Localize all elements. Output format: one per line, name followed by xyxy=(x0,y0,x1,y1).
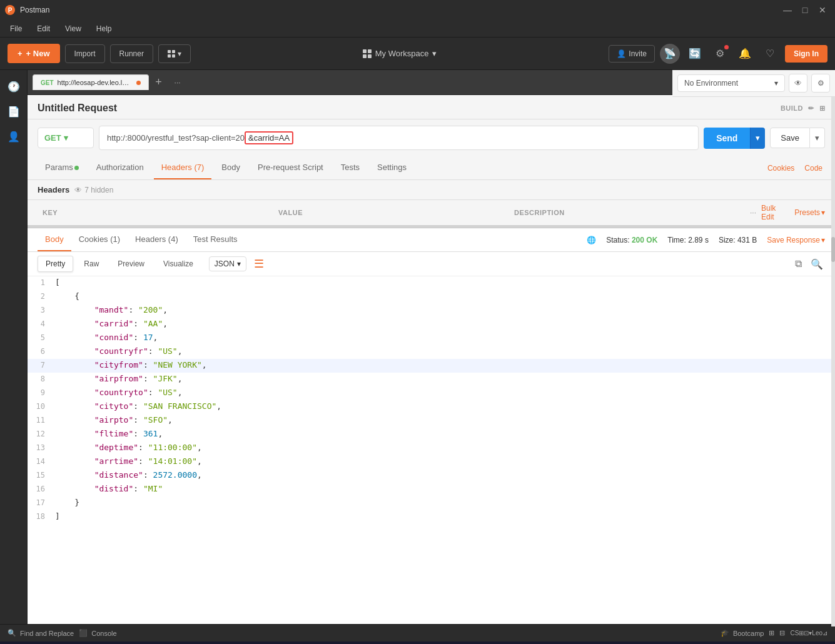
send-arrow-button[interactable]: ▾ xyxy=(750,128,765,149)
import-button[interactable]: Import xyxy=(65,44,105,63)
save-response-button[interactable]: Save Response ▾ xyxy=(767,236,825,244)
format-preview[interactable]: Preview xyxy=(109,256,153,272)
tab-tests[interactable]: Tests xyxy=(333,156,367,179)
content-inner: Untitled Request BUILD ✏ ⊞ GET ▾ http:/ xyxy=(28,95,835,624)
format-type-selector[interactable]: JSON ▾ xyxy=(209,256,246,271)
bootcamp-button[interactable]: 🎓 Bootcamp xyxy=(721,629,764,637)
tab-params[interactable]: Params xyxy=(38,156,86,179)
response-toolbar-right: ⧉ 🔍 xyxy=(793,256,825,272)
sidebar-item-team[interactable]: 👤 xyxy=(3,125,25,148)
environment-selector[interactable]: No Environment ▾ xyxy=(677,74,785,92)
search-response-button[interactable]: 🔍 xyxy=(809,256,825,272)
content-area: No Environment ▾ 👁 ⚙ GET http://leosap-d… xyxy=(28,70,835,624)
toolbar-right: 👤 Invite 📡 🔄 ⚙ 🔔 ♡ Sign In xyxy=(609,44,827,64)
settings-icon-button[interactable]: ⚙ xyxy=(710,44,730,64)
tab-prerequest[interactable]: Pre-request Script xyxy=(250,156,331,179)
new-tab-button[interactable]: + xyxy=(150,74,168,91)
url-highlight: &carrid=AA xyxy=(245,131,293,144)
active-request-tab[interactable]: GET http://leosap-dev.leo.local:8000... xyxy=(33,74,149,90)
format-raw[interactable]: Raw xyxy=(76,256,107,272)
code-line-2: 2 { xyxy=(28,290,835,304)
console-button[interactable]: ⬛ Console xyxy=(79,629,116,637)
request-name: Untitled Request xyxy=(38,103,117,114)
find-replace-button[interactable]: 🔍 Find and Replace xyxy=(8,629,74,637)
environment-bar: No Environment ▾ 👁 ⚙ xyxy=(672,70,835,97)
copy-response-button[interactable]: ⧉ xyxy=(793,256,804,272)
signin-button[interactable]: Sign In xyxy=(785,45,827,63)
more-options-icon[interactable]: ··· xyxy=(750,208,756,217)
env-area: No Environment ▾ 👁 ⚙ GET http://leosap-d… xyxy=(28,70,835,95)
environment-settings-button[interactable]: ⚙ xyxy=(811,74,830,93)
code-line-12: 12 "fltime": 361, xyxy=(28,428,835,441)
status-ok: 200 OK xyxy=(632,236,657,244)
response-format-toolbar: Pretty Raw Preview Visualize JSON ▾ ☰ ⧉ … xyxy=(28,252,835,276)
send-button[interactable]: Send xyxy=(704,128,750,149)
new-label: + New xyxy=(26,49,50,58)
environment-eye-button[interactable]: 👁 xyxy=(789,74,807,93)
resp-tab-cookies[interactable]: Cookies (1) xyxy=(71,228,128,251)
toolbar-center: My Workspace ▾ xyxy=(196,45,604,62)
vertical-scrollbar[interactable] xyxy=(831,70,835,626)
presets-button[interactable]: Presets ▾ xyxy=(794,208,825,217)
code-line-17: 17 } xyxy=(28,496,835,510)
collections-button[interactable]: ▾ xyxy=(158,44,191,63)
method-selector[interactable]: GET ▾ xyxy=(38,128,94,148)
wrap-button[interactable]: ☰ xyxy=(254,257,264,271)
workspace-selector[interactable]: My Workspace ▾ xyxy=(355,45,445,62)
sidebar-item-collections[interactable]: 📄 xyxy=(3,100,25,123)
layout-icon[interactable]: ⊞ xyxy=(819,104,826,113)
radar-icon-button[interactable]: 📡 xyxy=(660,44,680,64)
save-button[interactable]: Save xyxy=(770,128,810,148)
resp-tab-body[interactable]: Body xyxy=(38,228,71,251)
resp-tab-headers[interactable]: Headers (4) xyxy=(128,228,186,251)
url-bar: GET ▾ http:/ :8000/yrestful_test?sap-cli… xyxy=(28,119,835,156)
cookies-link[interactable]: Cookies xyxy=(765,161,797,175)
code-line-15: 15 "distance": 2572.0000, xyxy=(28,469,835,483)
menu-help[interactable]: Help xyxy=(94,23,114,34)
request-header-right: BUILD ✏ ⊞ xyxy=(781,104,825,113)
response-body: 1 [ 2 { 3 "mandt": "200", 4 "c xyxy=(28,276,835,624)
main-layout: 🕐 📄 👤 No Environment ▾ 👁 ⚙ GET http://le… xyxy=(0,70,835,624)
maximize-button[interactable]: □ xyxy=(797,3,812,18)
code-link[interactable]: Code xyxy=(802,161,825,175)
tab-headers[interactable]: Headers (7) xyxy=(154,156,212,179)
status-bar-left: 🔍 Find and Replace ⬛ Console xyxy=(8,629,117,637)
invite-button[interactable]: 👤 Invite xyxy=(609,45,655,63)
new-button[interactable]: + + New xyxy=(8,44,60,63)
tab-body[interactable]: Body xyxy=(214,156,248,179)
format-visualize[interactable]: Visualize xyxy=(155,256,201,272)
response-panel: Body Cookies (1) Headers (4) Test Result… xyxy=(28,228,835,624)
terminal-icon: ⬛ xyxy=(79,629,88,637)
close-button[interactable]: ✕ xyxy=(815,3,830,18)
url-input[interactable]: http:/ :8000/yrestful_test?sap-client=20… xyxy=(99,126,699,150)
tab-url: http://leosap-dev.leo.local:8000... xyxy=(58,79,133,86)
edit-icon[interactable]: ✏ xyxy=(808,104,814,113)
format-pretty[interactable]: Pretty xyxy=(38,256,73,272)
sync-icon-button[interactable]: 🔄 xyxy=(685,44,705,64)
menu-view[interactable]: View xyxy=(63,23,84,34)
code-line-3: 3 "mandt": "200", xyxy=(28,304,835,318)
bulk-edit-button[interactable]: Bulk Edit xyxy=(761,204,789,221)
resp-tab-testresults[interactable]: Test Results xyxy=(186,228,245,251)
menu-edit[interactable]: Edit xyxy=(34,23,53,34)
more-tabs-button[interactable]: ··· xyxy=(169,74,186,91)
tab-settings[interactable]: Settings xyxy=(370,156,414,179)
save-arrow-button[interactable]: ▾ xyxy=(810,128,825,148)
params-dot xyxy=(74,166,79,170)
sidebar-item-history[interactable]: 🕐 xyxy=(3,75,25,98)
headers-table-header: KEY VALUE DESCRIPTION ··· Bulk Edit Pres… xyxy=(28,200,835,226)
split-view-icon[interactable]: ⊟ xyxy=(779,629,785,637)
code-line-1: 1 [ xyxy=(28,276,835,290)
scrollbar-thumb[interactable] xyxy=(831,237,835,262)
menu-file[interactable]: File xyxy=(8,23,24,34)
runner-button[interactable]: Runner xyxy=(110,44,153,63)
code-line-4: 4 "carrid": "AA", xyxy=(28,318,835,331)
minimize-button[interactable]: — xyxy=(780,3,795,18)
status-bar: 🔍 Find and Replace ⬛ Console 🎓 Bootcamp … xyxy=(0,624,835,641)
notification-icon-button[interactable]: 🔔 xyxy=(735,44,755,64)
layout-icon[interactable]: ⊞ xyxy=(769,629,774,637)
tab-authorization[interactable]: Authorization xyxy=(89,156,151,179)
code-line-8: 8 "airpfrom": "JFK", xyxy=(28,373,835,386)
col-value-header: VALUE xyxy=(278,209,514,216)
heart-icon-button[interactable]: ♡ xyxy=(760,44,780,64)
